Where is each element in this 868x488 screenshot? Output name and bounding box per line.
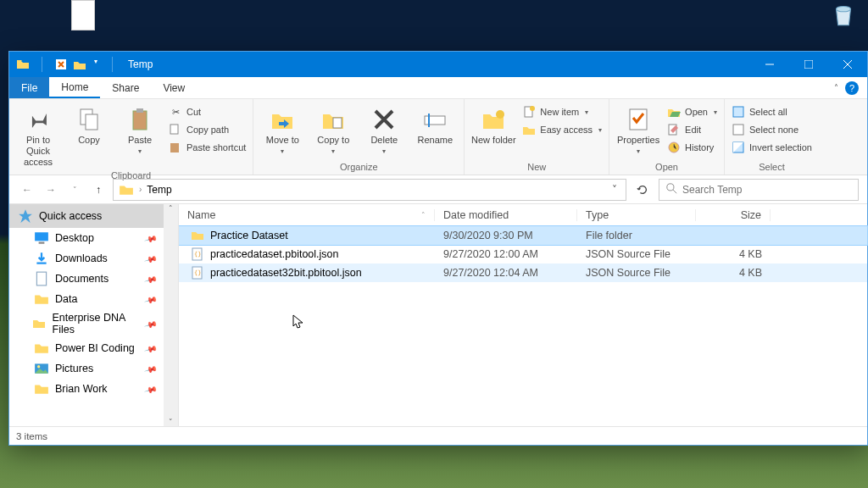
- help-icon[interactable]: ?: [845, 81, 859, 95]
- newfolder-button[interactable]: New folder: [470, 103, 517, 146]
- recycle-bin-icon[interactable]: [829, 0, 858, 29]
- selectnone-icon: [732, 123, 745, 136]
- folder-icon: [119, 182, 134, 197]
- ribbon: Pin to Quick access Copy Paste ▾ ✂Cut Co…: [9, 99, 867, 175]
- copy-button[interactable]: Copy: [65, 103, 113, 146]
- refresh-button[interactable]: [632, 179, 654, 201]
- tab-file[interactable]: File: [9, 77, 49, 98]
- table-row[interactable]: {}practicedataset32bit.pbitool.json 9/27…: [179, 263, 867, 282]
- ribbon-collapse-icon[interactable]: ˄: [834, 83, 838, 92]
- rename-button[interactable]: Rename: [411, 103, 459, 146]
- pin-icon: 📌: [144, 272, 158, 286]
- properties-button[interactable]: Properties▾: [615, 103, 662, 156]
- moveto-button[interactable]: Move to▾: [259, 103, 306, 156]
- desktop-file-icon[interactable]: [66, 0, 100, 32]
- tab-share[interactable]: Share: [100, 77, 151, 98]
- qat-sep: [42, 57, 42, 72]
- paste-button[interactable]: Paste ▾: [116, 103, 164, 156]
- svg-rect-18: [733, 107, 743, 117]
- svg-text:{}: {}: [194, 269, 201, 276]
- newfolder-icon: [480, 106, 507, 133]
- copypath-icon: [169, 123, 182, 136]
- qat-newfolder-icon[interactable]: [73, 58, 86, 71]
- address-dropdown-icon[interactable]: ˅: [609, 184, 620, 196]
- newitem-button[interactable]: New item▾: [520, 104, 604, 119]
- table-row[interactable]: Practice Dataset 9/30/2020 9:30 PM File …: [179, 226, 867, 245]
- address-bar[interactable]: › Temp ˅: [113, 179, 626, 201]
- edit-icon: [667, 123, 681, 136]
- sidebar-item-powerbi[interactable]: Power BI Coding📌: [9, 338, 178, 358]
- sidebar-item-data[interactable]: Data📌: [9, 289, 178, 309]
- sidebar-item-enterprise[interactable]: Enterprise DNA Files📌: [9, 309, 178, 338]
- open-icon: [667, 105, 681, 119]
- quick-access-header[interactable]: Quick access: [9, 204, 178, 228]
- col-type[interactable]: Type: [577, 209, 696, 221]
- newitem-icon: [522, 105, 536, 119]
- open-button[interactable]: Open▾: [665, 104, 719, 119]
- selectall-icon: [732, 105, 745, 119]
- invertselection-button[interactable]: Invert selection: [730, 140, 814, 155]
- chevron-right-icon[interactable]: ›: [134, 185, 147, 194]
- recent-dropdown[interactable]: ˅: [65, 180, 84, 199]
- column-headers: Name˄ Date modified Type Size: [179, 204, 867, 226]
- sidebar-item-pictures[interactable]: Pictures📌: [9, 358, 178, 379]
- svg-rect-22: [35, 232, 48, 241]
- svg-point-12: [496, 110, 504, 119]
- breadcrumb[interactable]: Temp: [147, 184, 171, 196]
- explorer-window: ▾ Temp File Home Share View ˄ ? Pin to Q…: [8, 51, 868, 446]
- pictures-icon: [34, 361, 49, 376]
- col-date[interactable]: Date modified: [435, 209, 577, 221]
- maximize-button[interactable]: [789, 52, 828, 77]
- copyto-button[interactable]: Copy to▾: [309, 103, 357, 156]
- nav-scrollbar[interactable]: ˄˅: [164, 204, 178, 426]
- delete-button[interactable]: Delete▾: [360, 103, 408, 156]
- easyaccess-button[interactable]: Easy access▾: [520, 122, 604, 137]
- sidebar-item-brianwork[interactable]: Brian Work📌: [9, 379, 178, 399]
- easyaccess-icon: [522, 123, 536, 136]
- delete-icon: [370, 106, 398, 133]
- qat-properties-icon[interactable]: [54, 58, 68, 71]
- svg-point-0: [837, 6, 851, 11]
- sidebar-item-downloads[interactable]: Downloads📌: [9, 248, 178, 269]
- ribbon-group-select: Select all Select none Invert selection …: [725, 99, 819, 175]
- svg-rect-11: [428, 114, 430, 127]
- svg-rect-5: [133, 111, 147, 130]
- edit-button[interactable]: Edit: [665, 122, 719, 137]
- copyto-icon: [320, 106, 347, 133]
- pin-icon: 📌: [144, 292, 158, 306]
- sidebar-item-desktop[interactable]: Desktop📌: [9, 228, 178, 248]
- file-list: Name˄ Date modified Type Size Practice D…: [179, 204, 867, 426]
- minimize-button[interactable]: [750, 52, 789, 77]
- back-button[interactable]: ←: [18, 180, 36, 199]
- folder-icon: [34, 381, 49, 396]
- svg-rect-19: [733, 125, 743, 135]
- svg-rect-2: [804, 60, 813, 69]
- history-button[interactable]: History: [665, 140, 719, 155]
- copypath-button[interactable]: Copy path: [167, 122, 248, 137]
- pin-quickaccess-button[interactable]: Pin to Quick access: [14, 103, 62, 169]
- paste-shortcut-button[interactable]: Paste shortcut: [167, 140, 248, 155]
- table-row[interactable]: {}practicedataset.pbitool.json 9/27/2020…: [179, 245, 867, 263]
- selectnone-button[interactable]: Select none: [730, 122, 814, 137]
- col-name[interactable]: Name˄: [179, 209, 435, 221]
- search-input[interactable]: [682, 184, 851, 196]
- cut-button[interactable]: ✂Cut: [167, 104, 248, 119]
- col-size[interactable]: Size: [696, 209, 771, 221]
- sidebar-item-documents[interactable]: Documents📌: [9, 269, 178, 289]
- tab-view[interactable]: View: [151, 77, 197, 98]
- ribbon-group-new: New folder New item▾ Easy access▾ New: [465, 99, 609, 175]
- close-button[interactable]: [828, 52, 867, 77]
- downloads-icon: [34, 251, 49, 266]
- svg-point-14: [530, 106, 535, 111]
- forward-button[interactable]: →: [42, 180, 60, 199]
- svg-text:{}: {}: [194, 251, 201, 258]
- tab-home[interactable]: Home: [49, 77, 100, 98]
- selectall-button[interactable]: Select all: [730, 104, 814, 119]
- svg-rect-25: [36, 272, 46, 286]
- folder-icon: [16, 58, 30, 71]
- sort-asc-icon: ˄: [421, 211, 426, 219]
- search-box[interactable]: [659, 179, 859, 201]
- up-button[interactable]: ↑: [89, 180, 108, 199]
- qat-dropdown-icon[interactable]: ▾: [92, 58, 100, 71]
- invert-icon: [732, 141, 745, 154]
